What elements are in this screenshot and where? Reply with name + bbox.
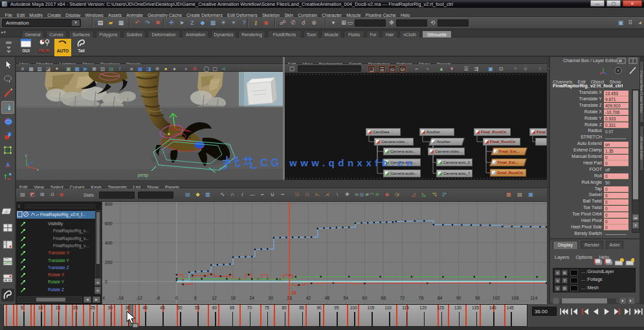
- outliner-hscrollbar[interactable]: [17, 296, 82, 303]
- ge-lock-weight-icon[interactable]: ✚: [344, 191, 351, 198]
- hg-folder-up-icon[interactable]: ▲: [438, 65, 445, 72]
- ge-linear-tangent-icon[interactable]: /: [239, 191, 247, 198]
- magnet-icon[interactable]: ◉: [261, 19, 271, 27]
- outliner-row-rotate-x[interactable]: Rotate X: [17, 271, 97, 278]
- shelf-tab-dynamics[interactable]: Dynamics: [211, 30, 236, 38]
- snap-view-icon[interactable]: ▦: [208, 19, 217, 27]
- scroll-down-button[interactable]: ▼: [632, 222, 639, 228]
- hypergraph-node[interactable]: Camera:auto_0: [436, 159, 472, 166]
- channel-label[interactable]: STRETCH: [581, 135, 602, 139]
- ge-add-key-icon[interactable]: ◆: [194, 191, 202, 198]
- shelf-tab-surfaces[interactable]: Surfaces: [69, 30, 94, 38]
- layer-editor-scrollbar[interactable]: [553, 295, 636, 302]
- panel-gutter[interactable]: [283, 57, 285, 180]
- scrollbar-thumb[interactable]: [633, 91, 638, 199]
- layer-color-swatch[interactable]: [570, 270, 578, 276]
- hypergraph-node[interactable]: Camera:audio...: [383, 170, 421, 177]
- hypergraph-node[interactable]: Final_Ext...: [489, 159, 527, 166]
- go-to-start-button[interactable]: .t{fill:#e2e2e2;}.b{stroke:#e2e2e2;strok…: [559, 307, 570, 317]
- channel-value[interactable]: 0.331: [604, 122, 628, 128]
- outliner-row-rotate-z[interactable]: Rotate Z: [17, 286, 97, 293]
- hypergraph-node[interactable]: Another: [428, 138, 465, 146]
- ge-step-tangent-icon[interactable]: ⌐: [259, 191, 267, 198]
- channel-label[interactable]: Rotate Z: [584, 122, 602, 127]
- channel-value[interactable]: 0: [604, 173, 628, 179]
- hg-search-icon[interactable]: ▢: [287, 65, 296, 73]
- shelf-tab-fluids[interactable]: Fluids: [344, 30, 364, 38]
- hg-folder-red-icon[interactable]: ▼: [448, 65, 456, 72]
- ge-stats-field-frame[interactable]: [99, 192, 135, 199]
- shelf-tab-hair[interactable]: Hair: [382, 30, 397, 38]
- layer-row--groundlayer[interactable]: VR... :GroundLayer: [553, 269, 636, 277]
- tail-tool[interactable]: [1, 289, 14, 302]
- outliner-hscroll-thumb[interactable]: [36, 298, 65, 302]
- hypergraph-node[interactable]: Another: [419, 128, 454, 136]
- layer-color-swatch[interactable]: [570, 285, 578, 291]
- play-backwards-button[interactable]: .t{fill:#e2e2e2;}.b{stroke:#e2e2e2;strok…: [591, 307, 602, 317]
- snap-point-icon[interactable]: Z: [188, 19, 197, 27]
- channel-value[interactable]: 0: [604, 155, 628, 160]
- outliner-row-translate-x[interactable]: Translate X: [17, 249, 97, 256]
- universal-manipulator-tool[interactable]: [1, 144, 14, 157]
- layer-visible-toggle[interactable]: V: [555, 270, 561, 276]
- channel-label[interactable]: Translate Z: [579, 103, 602, 107]
- ge-free-weight-icon[interactable]: \: [333, 191, 341, 198]
- soft-mod-tool[interactable]: [1, 158, 14, 171]
- ge-curve-b-icon[interactable]: ◺: [420, 191, 428, 198]
- play-forwards-button[interactable]: .t{fill:#e2e2e2;}.b{stroke:#e2e2e2;strok…: [602, 307, 613, 317]
- channel-box-scrollbar[interactable]: ▬ ▼: [632, 89, 639, 233]
- menu-set-dropdown[interactable]: Animation ▼: [2, 19, 81, 27]
- auto-key-shelf-button[interactable]: AUTO: [54, 39, 71, 56]
- hg-frame-all-icon[interactable]: ⊡: [497, 65, 505, 72]
- channel-label[interactable]: Toe Pivot Orbit: [572, 212, 602, 216]
- relative-transform-field[interactable]: [396, 19, 427, 27]
- layer-row--foliage[interactable]: VT... :Foliage: [553, 276, 636, 285]
- channel-label[interactable]: Heel Pad: [583, 160, 602, 165]
- step-back-frame-button[interactable]: .t{fill:#e2e2e2;}.b{stroke:#e2e2e2;strok…: [570, 307, 581, 317]
- outliner-header[interactable]: FinalRaptorRig_v2:rt_f...: [17, 211, 97, 219]
- hg-input-icon[interactable]: ⛀: [388, 65, 396, 72]
- ge-flat-tangent-icon[interactable]: —: [249, 191, 256, 198]
- gui-shelf-button[interactable]: GUI: [17, 39, 34, 56]
- move-tool[interactable]: [1, 101, 14, 114]
- layer-tab-display[interactable]: Display: [553, 241, 578, 249]
- channel-value[interactable]: 409.910: [604, 103, 628, 109]
- open-scene-icon[interactable]: ▰: [106, 19, 115, 27]
- layer-row--mesh[interactable]: VR... :Mesh: [553, 285, 636, 293]
- shelf-tab-silhouette[interactable]: Silhouette: [422, 30, 452, 38]
- hypergraph-panel[interactable]: CamDataCamera:rules...Camera:auto...Came…: [285, 73, 547, 180]
- hg-layout-a-icon[interactable]: ⌐: [413, 65, 421, 72]
- rotate-tool[interactable]: [1, 115, 14, 128]
- layer-tab-anim[interactable]: Anim: [606, 241, 623, 249]
- make-live-icon[interactable]: ✳: [219, 19, 228, 27]
- outliner-vscroll-up[interactable]: ▲: [94, 278, 101, 285]
- layer-name[interactable]: ... :Mesh: [581, 285, 599, 290]
- shelf-arrows-icon[interactable]: ▸▾: [1, 30, 18, 37]
- channel-label[interactable]: Bendy Switch: [575, 231, 602, 236]
- select-tool[interactable]: [1, 58, 14, 71]
- close-button[interactable]: ✕: [623, 0, 642, 6]
- hg-branch-icon[interactable]: ⇶: [472, 65, 480, 72]
- ge-lock-icon[interactable]: ◉: [58, 191, 65, 198]
- ge-open-dope-icon[interactable]: ▩: [505, 191, 513, 198]
- hg-output-icon[interactable]: ⛁: [399, 65, 406, 72]
- channel-label[interactable]: Swivel: [589, 192, 602, 197]
- key-icon[interactable]: ⚷: [251, 19, 260, 27]
- channel-label[interactable]: Heel Pivot: [581, 218, 602, 223]
- channel-value[interactable]: 0: [604, 219, 628, 225]
- layout-pane-outliner[interactable]: [1, 238, 14, 251]
- hypergraph-node[interactable]: Final_RootCtr: [474, 128, 511, 136]
- shelf-tab-curves[interactable]: Curves: [46, 30, 67, 38]
- channel-label[interactable]: Rotate Y: [584, 116, 602, 120]
- hypergraph-node[interactable]: Final: [529, 128, 547, 136]
- ge-stats-field-value[interactable]: [138, 192, 173, 199]
- outliner-filter-field[interactable]: [24, 203, 96, 210]
- show-manipulator-tool[interactable]: [1, 170, 14, 183]
- shelf-tab-ncloth[interactable]: nCloth: [399, 30, 420, 38]
- minimize-button[interactable]: —: [590, 0, 605, 6]
- channel-label[interactable]: FOOT: [590, 167, 602, 171]
- channel-value[interactable]: 0.933: [604, 116, 628, 122]
- channel-value[interactable]: 0: [604, 225, 628, 230]
- hypergraph-node[interactable]: Camera:video...: [428, 148, 465, 155]
- hg-auto-layout-icon[interactable]: ⊹: [522, 65, 529, 72]
